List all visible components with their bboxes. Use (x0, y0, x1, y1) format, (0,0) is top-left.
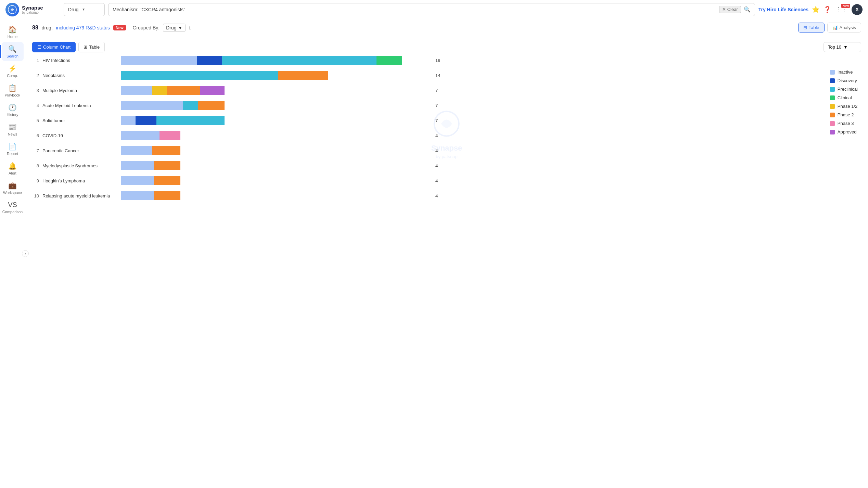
star-icon-button[interactable]: ⭐ (812, 6, 819, 13)
clear-x-icon: ✕ (722, 7, 726, 12)
sidebar-item-history[interactable]: 🕐 History (2, 101, 24, 119)
bar-wrapper (121, 191, 429, 200)
bar-track (121, 56, 402, 65)
sidebar: › 🏠 Home 🔍 Search ⚡ Comp. 📋 Playbook 🕐 H… (0, 19, 25, 488)
bar-segment (154, 161, 180, 170)
column-chart-icon: ☰ (37, 44, 41, 50)
user-avatar-button[interactable]: X (852, 4, 863, 15)
group-by-select[interactable]: Drug ▼ (163, 24, 186, 32)
legend-color-swatch (830, 95, 835, 100)
bar-track (121, 146, 180, 155)
bar-track (121, 116, 225, 125)
try-hiro-link[interactable]: Try Hiro Life Sciences (758, 7, 808, 12)
bar-track (121, 176, 180, 185)
legend-color-swatch (830, 70, 835, 75)
bar-count: 7 (435, 118, 438, 123)
legend-label: Phase 3 (838, 121, 854, 126)
top-n-select[interactable]: Top 10 ▼ (824, 42, 861, 52)
alert-label: Alert (9, 171, 16, 175)
group-chevron-icon: ▼ (178, 25, 183, 30)
home-icon: 🏠 (8, 25, 17, 34)
bar-segment (121, 131, 159, 140)
alert-icon: 🔔 (8, 162, 17, 170)
bar-label: Multiple Myeloma (42, 88, 118, 93)
bar-label: Solid tumor (42, 118, 118, 123)
sidebar-item-home[interactable]: 🏠 Home (2, 23, 24, 41)
chart-toolbar: ☰ Column Chart ⊞ Table Top 10 ▼ (25, 40, 868, 56)
search-submit-button[interactable]: 🔍 (744, 6, 751, 13)
bar-wrapper (121, 101, 429, 110)
sidebar-item-comparison[interactable]: VS Comparison (2, 198, 24, 217)
group-by-value: Drug (166, 25, 176, 30)
info-icon[interactable]: ℹ (189, 25, 191, 30)
legend-color-swatch (830, 87, 835, 92)
bar-rank: 7 (32, 148, 39, 153)
bar-segment (198, 101, 225, 110)
bar-rank: 6 (32, 133, 39, 138)
result-count-suffix: drug, (42, 25, 53, 30)
column-chart-label: Column Chart (43, 44, 71, 50)
bar-segment (152, 86, 167, 95)
new-badge: New (841, 4, 850, 8)
sidebar-toggle-button[interactable]: › (22, 250, 29, 257)
entity-type-label: Drug (68, 7, 78, 12)
bar-row: 10 Relapsing acute myeloid leukemia 4 (32, 191, 861, 200)
bar-count: 4 (435, 193, 438, 198)
bar-segment (121, 146, 152, 155)
bar-rank: 3 (32, 88, 39, 93)
search-query-text: Mechanism: "CXCR4 antagonists" (113, 7, 716, 12)
sidebar-item-search[interactable]: 🔍 Search (2, 42, 24, 61)
grouped-by-label: Grouped By: (133, 25, 160, 30)
rd-status-link[interactable]: including 479 R&D status (56, 25, 110, 30)
top-nav: Synapse by patsnap Drug ▼ Mechanism: "CX… (0, 0, 868, 19)
entity-type-select[interactable]: Drug ▼ (64, 3, 105, 16)
bar-label: Pancreatic Cancer (42, 148, 118, 153)
new-tag: New (113, 25, 126, 30)
bar-track (121, 161, 180, 170)
legend-color-swatch (830, 130, 835, 134)
bar-segment (121, 101, 183, 110)
bar-rank: 9 (32, 178, 39, 183)
sidebar-item-playbook[interactable]: 📋 Playbook (2, 81, 24, 100)
table-view-button[interactable]: ⊞ Table (798, 23, 825, 33)
table-icon: ⊞ (803, 25, 807, 30)
bar-row: 6 COVID-19 4 (32, 131, 861, 140)
sidebar-item-report[interactable]: 📄 Report (2, 140, 24, 158)
bar-segment (121, 116, 136, 125)
apps-icon-wrapper: ⋮⋮ New (835, 6, 847, 13)
result-count: 88 (32, 25, 38, 31)
bar-label: Neoplasms (42, 73, 118, 78)
legend-item-clinical: Clinical (830, 95, 858, 100)
analysis-view-button[interactable]: 📊 Analysis (827, 23, 861, 33)
bar-track (121, 86, 225, 95)
table-chart-button[interactable]: ⊞ Table (78, 42, 105, 52)
sidebar-item-alert[interactable]: 🔔 Alert (2, 159, 24, 178)
bar-wrapper (121, 56, 429, 65)
sidebar-item-news[interactable]: 📰 News (2, 120, 24, 139)
column-chart-button[interactable]: ☰ Column Chart (32, 42, 76, 52)
chevron-down-icon: ▼ (82, 8, 85, 11)
bar-segment (121, 56, 197, 65)
workspace-label: Workspace (3, 191, 22, 195)
bar-segment (154, 176, 180, 185)
bar-segment (159, 131, 180, 140)
bar-track (121, 191, 180, 200)
bar-row: 5 Solid tumor 7 (32, 116, 861, 125)
bar-count: 7 (435, 88, 438, 93)
sidebar-item-comp[interactable]: ⚡ Comp. (2, 62, 24, 80)
bar-row: 9 Hodgkin's Lymphoma 4 (32, 176, 861, 185)
legend-label: Approved (838, 129, 857, 134)
help-icon-button[interactable]: ❓ (824, 6, 831, 13)
bar-wrapper (121, 161, 429, 170)
top-n-select-area: Top 10 ▼ (824, 42, 861, 52)
sidebar-item-workspace[interactable]: 💼 Workspace (2, 179, 24, 197)
bar-row: 4 Acute Myeloid Leukemia 7 (32, 101, 861, 110)
clear-button[interactable]: ✕ Clear (719, 6, 741, 13)
news-label: News (8, 132, 17, 136)
legend-label: Discovery (838, 78, 857, 83)
bar-row: 3 Multiple Myeloma 7 (32, 86, 861, 95)
legend-color-swatch (830, 113, 835, 117)
legend-label: Phase 2 (838, 112, 854, 117)
view-toggle: ⊞ Table 📊 Analysis (798, 23, 861, 33)
bar-wrapper (121, 131, 429, 140)
